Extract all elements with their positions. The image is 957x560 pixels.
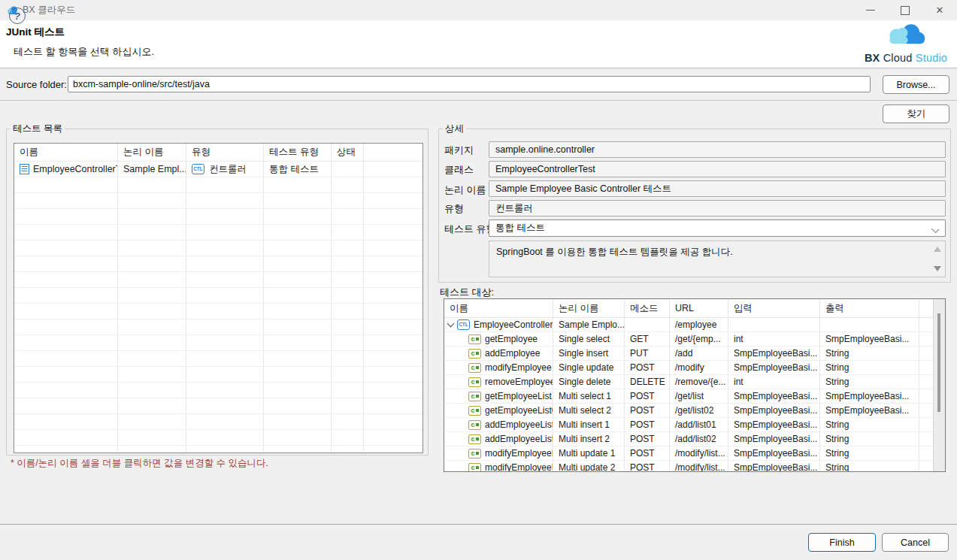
name-cell[interactable]: caddEmployeeList0 [444, 432, 553, 446]
logical-name-cell[interactable]: Multi select 2 [553, 404, 625, 417]
source-folder-input[interactable] [68, 76, 871, 92]
name-cell[interactable]: cmodifyEmployeeL [444, 461, 553, 471]
logical-name-cell[interactable]: Single insert [553, 347, 625, 360]
input-cell[interactable]: SmpEmployeeBasi... [728, 446, 820, 460]
name-cell[interactable]: cgetEmployeeList0 [444, 404, 553, 417]
column-header[interactable]: URL [670, 299, 728, 317]
table-row[interactable]: cgetEmployeeListMulti select 1POST/get/l… [444, 389, 933, 404]
logical-name-cell[interactable]: Single delete [553, 375, 625, 389]
output-cell[interactable]: String [820, 461, 919, 471]
name-cell[interactable]: cgetEmployeeList [444, 389, 553, 403]
find-button[interactable]: 찾기 [883, 104, 949, 123]
table-row[interactable]: cgetEmployeeList0Multi select 2POST/get/… [444, 404, 933, 418]
package-field[interactable]: sample.online.controller [489, 141, 946, 158]
empty-table-row[interactable] [14, 446, 422, 453]
logical-name-cell[interactable]: Multi insert 1 [553, 418, 625, 431]
method-cell[interactable]: POST [625, 404, 670, 417]
url-cell[interactable]: /add [670, 347, 728, 360]
url-cell[interactable]: /get/list02 [670, 404, 728, 417]
logical-name-cell[interactable]: Multi insert 2 [553, 432, 625, 446]
scrollbar-thumb[interactable] [937, 313, 940, 412]
vertical-scrollbar[interactable] [933, 299, 945, 471]
empty-table-row[interactable] [14, 241, 422, 256]
type-cell[interactable]: CTL컨트롤러 [186, 162, 264, 177]
url-cell[interactable]: /employee [670, 318, 728, 331]
output-cell[interactable]: SmpEmployeeBasi... [820, 332, 919, 346]
cancel-button[interactable]: Cancel [882, 533, 949, 552]
logical-name-cell[interactable]: Sample Empl... [118, 162, 186, 177]
method-cell[interactable]: DELETE [625, 375, 670, 389]
logical-name-cell[interactable]: Single select [553, 332, 625, 346]
table-row[interactable]: cmodifyEmployeeSingle updatePOST/modifyS… [444, 361, 933, 375]
name-cell[interactable]: cremoveEmployee [444, 375, 553, 389]
url-cell[interactable]: /modify [670, 361, 728, 374]
logical-name-cell[interactable]: Multi select 1 [553, 389, 625, 403]
input-cell[interactable]: SmpEmployeeBasi... [728, 404, 820, 417]
method-cell[interactable]: POST [625, 418, 670, 431]
empty-table-row[interactable] [14, 304, 422, 319]
type-field[interactable]: 컨트롤러 [489, 200, 946, 216]
input-cell[interactable]: SmpEmployeeBasi... [728, 432, 820, 446]
empty-table-row[interactable] [14, 288, 422, 304]
logical-name-field[interactable]: Sample Employee Basic Controller 테스트 [489, 180, 946, 197]
column-header[interactable]: 테스트 유형 [264, 144, 332, 161]
input-cell[interactable]: int [728, 332, 820, 346]
table-row[interactable]: cmodifyEmployeeLMulti update 1POST/modif… [444, 446, 933, 461]
finish-button[interactable]: Finish [808, 533, 876, 552]
tree-expand-icon[interactable] [447, 320, 455, 328]
table-row[interactable]: caddEmployeeSingle insertPUT/addSmpEmplo… [444, 347, 933, 361]
empty-table-row[interactable] [14, 367, 422, 383]
table-row[interactable]: cgetEmployeeSingle selectGET/get/{emp...… [444, 332, 933, 347]
logical-name-cell[interactable]: Sample Emplo... [553, 318, 625, 331]
output-cell[interactable]: SmpEmployeeBasi... [820, 404, 919, 417]
method-cell[interactable] [625, 318, 670, 331]
scroll-down-icon[interactable] [934, 266, 941, 271]
name-cell[interactable]: cmodifyEmployee [444, 361, 553, 374]
table-row[interactable]: CTLEmployeeControllerSample Emplo.../emp… [444, 318, 933, 332]
table-row[interactable]: cremoveEmployeeSingle deleteDELETE/remov… [444, 375, 933, 389]
browse-button[interactable]: Browse... [883, 75, 949, 94]
column-header[interactable]: 이름 [14, 144, 118, 161]
empty-table-row[interactable] [14, 256, 422, 272]
empty-table-row[interactable] [14, 209, 422, 225]
empty-table-row[interactable] [14, 351, 422, 367]
method-cell[interactable]: POST [625, 389, 670, 403]
column-header[interactable]: 입력 [728, 299, 820, 317]
column-header[interactable]: 이름 [444, 299, 553, 317]
url-cell[interactable]: /get/list [670, 389, 728, 403]
empty-table-row[interactable] [14, 398, 422, 414]
test-type-select[interactable]: 통합 테스트 [489, 219, 946, 237]
column-header[interactable]: 유형 [186, 144, 264, 161]
empty-table-row[interactable] [14, 272, 422, 288]
name-cell[interactable]: caddEmployee [444, 347, 553, 360]
empty-table-row[interactable] [14, 383, 422, 398]
minimize-button[interactable] [853, 0, 888, 20]
status-cell[interactable] [332, 162, 364, 177]
output-cell[interactable]: SmpEmployeeBasi... [820, 389, 919, 403]
name-cell[interactable]: caddEmployeeList0 [444, 418, 553, 431]
output-cell[interactable]: String [820, 375, 919, 389]
logical-name-cell[interactable]: Multi update 1 [553, 446, 625, 460]
empty-table-row[interactable] [14, 319, 422, 335]
column-header[interactable]: 메소드 [625, 299, 670, 317]
logical-name-cell[interactable]: Single update [553, 361, 625, 374]
input-cell[interactable]: SmpEmployeeBasi... [728, 389, 820, 403]
empty-table-row[interactable] [14, 177, 422, 193]
method-cell[interactable]: POST [625, 461, 670, 471]
name-cell[interactable]: EmployeeControllerT... [14, 162, 118, 177]
method-cell[interactable]: GET [625, 332, 670, 346]
empty-table-row[interactable] [14, 430, 422, 446]
url-cell[interactable]: /modify/list... [670, 461, 728, 471]
output-cell[interactable]: String [820, 418, 919, 431]
output-cell[interactable]: String [820, 347, 919, 360]
logical-name-cell[interactable]: Multi update 2 [553, 461, 625, 471]
class-field[interactable]: EmployeeControllerTest [489, 161, 946, 177]
table-row[interactable]: caddEmployeeList0Multi insert 1POST/add/… [444, 418, 933, 432]
url-cell[interactable]: /modify/list... [670, 446, 728, 460]
input-cell[interactable]: SmpEmployeeBasi... [728, 418, 820, 431]
close-button[interactable]: ✕ [922, 0, 957, 20]
output-cell[interactable]: String [820, 446, 919, 460]
output-cell[interactable] [820, 318, 919, 331]
output-cell[interactable]: String [820, 432, 919, 446]
output-cell[interactable]: String [820, 361, 919, 374]
